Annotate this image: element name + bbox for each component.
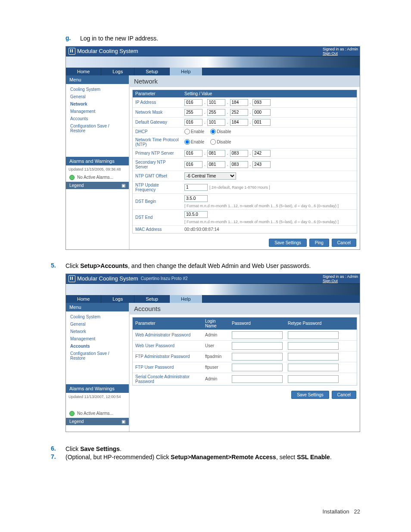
legend-bar[interactable]: Legend▣ <box>66 182 129 189</box>
ip-octet-4[interactable] <box>252 99 271 106</box>
titlebar-2: Modular Cooling System Cupertino Irazu P… <box>66 274 360 284</box>
ntp2-o1[interactable] <box>184 161 202 168</box>
tab-help-2[interactable]: Help <box>170 295 202 303</box>
ip-octet-1[interactable] <box>184 99 202 106</box>
retype-password-input[interactable] <box>288 331 339 339</box>
tab-logs-2[interactable]: Logs <box>101 295 134 303</box>
tab-setup-2[interactable]: Setup <box>134 295 170 303</box>
screenshot-network: Modular Cooling System Signed in as : Ad… <box>65 46 360 250</box>
dhcp-disable[interactable] <box>210 129 216 134</box>
row-mac-label: MAC Address <box>133 226 182 233</box>
row-gw-label: Default Gateway <box>133 118 182 127</box>
account-label: FTP Administrator Password <box>133 352 202 362</box>
ntp-disable[interactable] <box>210 139 216 145</box>
menu-accounts-2[interactable]: Accounts <box>66 342 129 350</box>
mask-octet-3[interactable] <box>230 109 248 116</box>
gw-octet-1[interactable] <box>184 119 202 126</box>
ntp2-o2[interactable] <box>207 161 225 168</box>
menu-management-2[interactable]: Management <box>66 335 129 342</box>
mask-octet-1[interactable] <box>184 109 202 116</box>
ok-icon-2 <box>69 411 75 416</box>
sign-out-link-2[interactable]: Sign Out <box>323 279 338 283</box>
account-label: Web User Password <box>133 341 202 351</box>
menu-management[interactable]: Management <box>66 108 129 115</box>
ping-button[interactable]: Ping <box>309 239 329 247</box>
gw-octet-4[interactable] <box>252 119 271 126</box>
menu-network[interactable]: Network <box>66 100 129 108</box>
retype-password-input[interactable] <box>288 353 339 361</box>
app-subtitle: Cupertino Irazu Proto #2 <box>138 276 188 281</box>
tab-logs[interactable]: Logs <box>101 68 134 75</box>
legend-bar-2[interactable]: Legend▣ <box>66 418 129 425</box>
save-button-2[interactable]: Save Settings <box>291 391 329 399</box>
no-alarms: No Active Alarms... <box>66 173 129 182</box>
gw-octet-2[interactable] <box>207 119 225 126</box>
menu-accounts[interactable]: Accounts <box>66 115 129 122</box>
banner-image <box>66 56 360 68</box>
account-label: FTP User Password <box>133 362 202 373</box>
upd-input[interactable] <box>184 184 208 191</box>
dhcp-enable[interactable] <box>184 129 190 134</box>
sign-out-link[interactable]: Sign Out <box>323 51 338 56</box>
tab-home-2[interactable]: Home <box>66 295 101 303</box>
password-input[interactable] <box>232 331 283 339</box>
ntp2-o4[interactable] <box>252 161 271 168</box>
signin-area-2: Signed in as : Admin Sign Out <box>323 274 358 283</box>
dstb-input[interactable] <box>184 195 208 202</box>
password-input[interactable] <box>232 375 283 383</box>
menu-general[interactable]: General <box>66 93 129 100</box>
ntp-enable[interactable] <box>184 139 190 145</box>
cancel-button-2[interactable]: Cancel <box>332 391 356 399</box>
ip-octet-2[interactable] <box>207 99 225 106</box>
ntp1-o2[interactable] <box>207 150 225 157</box>
save-button[interactable]: Save Settings <box>269 239 307 247</box>
ntp1-o1[interactable] <box>184 150 202 157</box>
menu-cooling-2[interactable]: Cooling System <box>66 313 129 320</box>
menu-cooling[interactable]: Cooling System <box>66 86 129 93</box>
step-7: 7. (Optional, but HP-recommended) Click … <box>51 453 360 461</box>
tab-setup[interactable]: Setup <box>134 68 170 75</box>
gw-octet-3[interactable] <box>230 119 248 126</box>
account-login: Admin <box>202 330 229 340</box>
sidebar: Menu Cooling System General Network Mana… <box>66 75 129 249</box>
substep-letter: g. <box>51 34 80 41</box>
hdr-parameter: Parameter <box>133 90 182 97</box>
account-login: ftpadmin <box>202 352 229 362</box>
expand-icon: ▣ <box>121 183 125 188</box>
account-login: ftpuser <box>202 362 229 373</box>
hdr-value: Setting / Value <box>182 90 357 97</box>
dste-input[interactable] <box>184 211 208 218</box>
ntp1-o4[interactable] <box>252 150 271 157</box>
menu-network-2[interactable]: Network <box>66 328 129 335</box>
password-input[interactable] <box>232 364 283 371</box>
menu-general-2[interactable]: General <box>66 320 129 328</box>
mask-octet-2[interactable] <box>207 109 225 116</box>
mac-value: 00:d0:93:08:87:14 <box>182 226 357 233</box>
tab-bar: Home Logs Setup Help <box>66 68 360 75</box>
account-label: Web Administrator Password <box>133 330 202 340</box>
titlebar: Modular Cooling System Signed in as : Ad… <box>66 47 360 56</box>
gmt-select[interactable]: -6 Central Time <box>184 172 236 180</box>
tab-help[interactable]: Help <box>170 68 202 75</box>
menu-config-2[interactable]: Configuration Save / Restore <box>66 350 129 362</box>
tab-home[interactable]: Home <box>66 68 101 75</box>
menu-config[interactable]: Configuration Save / Restore <box>66 122 129 134</box>
ntp1-o3[interactable] <box>230 150 248 157</box>
retype-password-input[interactable] <box>288 364 339 371</box>
mask-octet-4[interactable] <box>252 109 271 116</box>
password-input[interactable] <box>232 353 283 361</box>
retype-password-input[interactable] <box>288 342 339 350</box>
alarms-updated: Updated 11/15/2005, 09:36:48 <box>66 165 129 173</box>
cancel-button[interactable]: Cancel <box>332 239 356 247</box>
ip-octet-3[interactable] <box>230 99 248 106</box>
account-row: FTP User Passwordftpuser <box>133 362 357 373</box>
retype-password-input[interactable] <box>288 375 339 383</box>
alarms-header: Alarms and Warnings <box>66 157 129 165</box>
row-mask-label: Network Mask <box>133 108 182 117</box>
row-ntp-label: Network Time Protocol (NTP) <box>133 136 182 148</box>
password-input[interactable] <box>232 342 283 350</box>
ntp2-o3[interactable] <box>230 161 248 168</box>
step-6: 6. Click Save Settings. <box>51 445 360 453</box>
page-footer: Installation 22 <box>323 508 360 515</box>
row-ntp1-label: Primary NTP Server <box>133 149 182 158</box>
